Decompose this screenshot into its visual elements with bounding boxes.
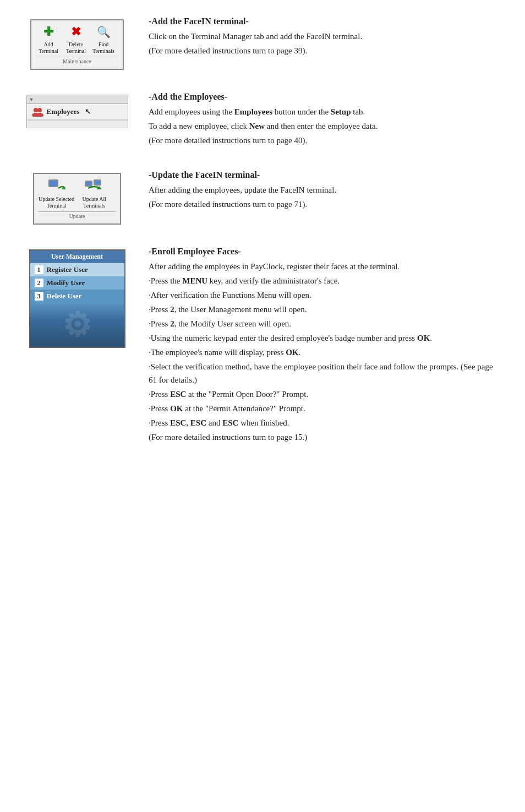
update-facein-body: After adding the employees, update the F…	[149, 183, 503, 211]
employees-nav-item[interactable]: Employees ↖	[27, 104, 128, 120]
update-group-label: Update	[39, 211, 116, 219]
svg-rect-8	[86, 182, 91, 186]
enroll-p12: (For more detailed instructions turn to …	[149, 430, 503, 444]
watermark: ⚙	[62, 306, 92, 345]
toolbar-row: ✚ AddTerminal ✖ DeleteTerminal 🔍 FindTer…	[36, 24, 118, 55]
enroll-p11: ·Press ESC, ESC and ESC when finished.	[149, 416, 503, 429]
update-all-button[interactable]: Update AllTerminals	[78, 177, 111, 209]
section-add-facein: ✚ AddTerminal ✖ DeleteTerminal 🔍 FindTer…	[22, 17, 503, 70]
add-terminal-button[interactable]: ✚ AddTerminal	[36, 24, 61, 55]
page-content: ✚ AddTerminal ✖ DeleteTerminal 🔍 FindTer…	[22, 17, 503, 467]
nav-bottom-partial	[27, 120, 128, 128]
update-row: Update SelectedTerminal	[39, 177, 116, 209]
update-selected-label: Update SelectedTerminal	[39, 196, 74, 209]
usermgmt-title: User Management	[30, 250, 124, 263]
add-icon: ✚	[39, 24, 58, 40]
update-facein-text: -Update the FaceIN terminal- After addin…	[149, 170, 503, 212]
item2-num: 2	[35, 279, 43, 287]
employees-label: Employees	[47, 107, 80, 116]
add-facein-body: Click on the Terminal Manager tab and ad…	[149, 30, 503, 57]
add-emp-p2: To add a new employee, click New and the…	[149, 119, 503, 133]
add-employees-title: -Add the Employees-	[149, 92, 503, 102]
enroll-faces-text: -Enroll Employee Faces- After adding the…	[149, 247, 503, 445]
update-facein-title: -Update the FaceIN terminal-	[149, 170, 503, 180]
screenshot-toolbar: ✚ AddTerminal ✖ DeleteTerminal 🔍 FindTer…	[22, 17, 132, 70]
toolbar-box: ✚ AddTerminal ✖ DeleteTerminal 🔍 FindTer…	[30, 19, 124, 70]
employees-icon	[31, 107, 43, 117]
enroll-p2: ·Press the MENU key, and verify the admi…	[149, 274, 503, 287]
item1-num: 1	[35, 265, 43, 274]
enroll-p7: ·The employee's name will display, press…	[149, 346, 503, 359]
update-box: Update SelectedTerminal	[33, 173, 121, 225]
cursor-arrow: ↖	[85, 107, 91, 116]
item3-label: Delete User	[47, 292, 82, 301]
delete-user-item[interactable]: 3 Delete User	[30, 290, 124, 303]
item3-num: 3	[35, 292, 43, 301]
enroll-p8: ·Select the verification method, have th…	[149, 360, 503, 386]
svg-point-0	[34, 108, 38, 112]
update-selected-icon	[46, 177, 67, 195]
section-enroll-faces: User Management 1 Register User 2 Modify…	[22, 247, 503, 445]
enroll-p5: ·Press 2, the Modify User screen will op…	[149, 317, 503, 330]
add-facein-p1: Click on the Terminal Manager tab and ad…	[149, 30, 503, 43]
enroll-faces-body: After adding the employees in PayClock, …	[149, 260, 503, 444]
add-employees-body: Add employees using the Employees button…	[149, 105, 503, 147]
update-p1: After adding the employees, update the F…	[149, 183, 503, 197]
nav-top-dots: ▼	[29, 97, 34, 102]
add-facein-title: -Add the FaceIN terminal-	[149, 17, 503, 26]
add-employees-text: -Add the Employees- Add employees using …	[149, 92, 503, 148]
update-selected-button[interactable]: Update SelectedTerminal	[39, 177, 74, 209]
add-facein-text: -Add the FaceIN terminal- Click on the T…	[149, 17, 503, 58]
find-label: FindTerminals	[92, 41, 114, 55]
screenshot-nav: ▼ Employees ↖	[22, 92, 132, 128]
add-facein-p2: (For more detailed instructions turn to …	[149, 44, 503, 57]
section-update-facein: Update SelectedTerminal	[22, 170, 503, 225]
delete-icon: ✖	[66, 24, 86, 40]
enroll-p9: ·Press ESC at the "Permit Open Door?" Pr…	[149, 388, 503, 401]
toolbar-group-label: Maintenance	[36, 57, 118, 64]
svg-rect-10	[95, 181, 100, 184]
find-terminals-button[interactable]: 🔍 FindTerminals	[91, 24, 116, 55]
usermgmt-box: User Management 1 Register User 2 Modify…	[29, 249, 125, 348]
modify-user-item[interactable]: 2 Modify User	[30, 276, 124, 290]
find-icon: 🔍	[94, 24, 113, 40]
add-label: AddTerminal	[39, 41, 58, 55]
update-all-icon	[84, 177, 105, 195]
item2-label: Modify User	[47, 279, 85, 287]
add-emp-p1: Add employees using the Employees button…	[149, 105, 503, 118]
delete-label: DeleteTerminal	[66, 41, 86, 55]
nav-top-bar: ▼	[27, 95, 128, 104]
nav-box: ▼ Employees ↖	[26, 95, 128, 128]
enroll-p1: After adding the employees in PayClock, …	[149, 260, 503, 273]
section-add-employees: ▼ Employees ↖	[22, 92, 503, 148]
enroll-p6: ·Using the numeric keypad enter the desi…	[149, 331, 503, 345]
update-all-label: Update AllTerminals	[82, 196, 106, 209]
register-user-item[interactable]: 1 Register User	[30, 263, 124, 276]
delete-terminal-button[interactable]: ✖ DeleteTerminal	[63, 24, 89, 55]
screenshot-usermgmt: User Management 1 Register User 2 Modify…	[22, 247, 132, 348]
add-emp-p3: (For more detailed instructions turn to …	[149, 134, 503, 147]
enroll-p3: ·After verification the Functions Menu w…	[149, 288, 503, 302]
enroll-faces-title: -Enroll Employee Faces-	[149, 247, 503, 257]
update-p2: (For more detailed instructions turn to …	[149, 198, 503, 211]
screenshot-update: Update SelectedTerminal	[22, 170, 132, 225]
enroll-p4: ·Press 2, the User Management menu will …	[149, 303, 503, 316]
item1-label: Register User	[47, 265, 88, 274]
usermgmt-bottom-decoration: ⚙	[30, 303, 124, 347]
svg-point-1	[37, 108, 42, 112]
svg-rect-5	[50, 181, 57, 186]
enroll-p10: ·Press OK at the "Permit Attendance?" Pr…	[149, 402, 503, 415]
